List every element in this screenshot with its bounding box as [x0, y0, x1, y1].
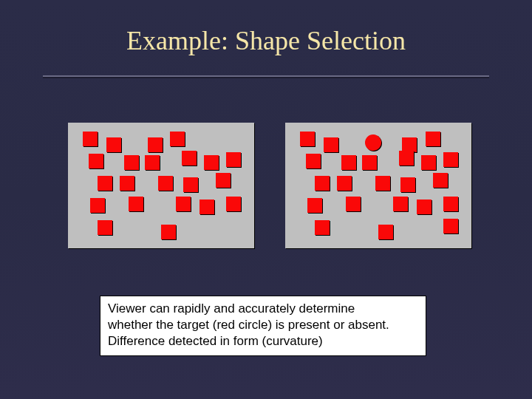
distractor-square-icon	[120, 176, 134, 191]
distractor-square-icon	[433, 173, 448, 188]
slide: Example: Shape Selection Viewer can rapi…	[0, 0, 532, 399]
shape-panels	[68, 123, 471, 248]
distractor-square-icon	[324, 137, 338, 152]
distractor-square-icon	[346, 197, 361, 211]
distractor-square-icon	[337, 176, 352, 191]
distractor-square-icon	[421, 155, 436, 170]
caption-line-2: whether the target (red circle) is prese…	[108, 317, 418, 333]
distractor-square-icon	[129, 197, 143, 211]
distractor-square-icon	[124, 155, 139, 170]
distractor-square-icon	[204, 155, 219, 170]
distractor-square-icon	[306, 154, 321, 168]
distractor-square-icon	[307, 198, 322, 213]
distractor-square-icon	[170, 132, 185, 146]
distractor-square-icon	[83, 132, 98, 146]
distractor-square-icon	[200, 200, 214, 214]
distractor-square-icon	[158, 176, 173, 191]
distractor-square-icon	[176, 197, 191, 211]
distractor-square-icon	[182, 151, 197, 166]
distractor-square-icon	[443, 197, 458, 211]
distractor-square-icon	[300, 132, 315, 146]
target-circle-icon	[365, 134, 381, 151]
distractor-square-icon	[443, 219, 458, 233]
distractor-square-icon	[426, 132, 440, 146]
distractor-square-icon	[400, 177, 415, 192]
distractor-square-icon	[90, 198, 105, 213]
distractor-square-icon	[148, 137, 163, 152]
caption-box: Viewer can rapidly and accurately determ…	[100, 296, 426, 356]
distractor-square-icon	[402, 137, 417, 152]
slide-title: Example: Shape Selection	[0, 25, 532, 56]
distractor-square-icon	[89, 154, 103, 168]
distractor-square-icon	[98, 220, 112, 235]
title-divider	[43, 75, 489, 78]
distractor-square-icon	[183, 177, 198, 192]
distractor-square-icon	[226, 152, 241, 167]
caption-line-1: Viewer can rapidly and accurately determ…	[108, 301, 418, 317]
panel-target-present	[285, 123, 471, 248]
distractor-square-icon	[443, 152, 458, 167]
distractor-square-icon	[145, 155, 160, 170]
caption-line-3: Difference detected in form (curvature)	[108, 333, 418, 349]
distractor-square-icon	[315, 176, 330, 191]
distractor-square-icon	[393, 197, 408, 211]
distractor-square-icon	[106, 137, 121, 152]
distractor-square-icon	[378, 225, 393, 239]
distractor-square-icon	[161, 225, 176, 239]
distractor-square-icon	[341, 155, 356, 170]
panel-target-absent	[68, 123, 254, 248]
distractor-square-icon	[216, 173, 231, 188]
distractor-square-icon	[315, 220, 330, 235]
distractor-square-icon	[362, 155, 377, 170]
distractor-square-icon	[399, 151, 414, 166]
distractor-square-icon	[226, 197, 241, 211]
distractor-square-icon	[375, 176, 390, 191]
distractor-square-icon	[98, 176, 112, 191]
distractor-square-icon	[417, 200, 432, 214]
